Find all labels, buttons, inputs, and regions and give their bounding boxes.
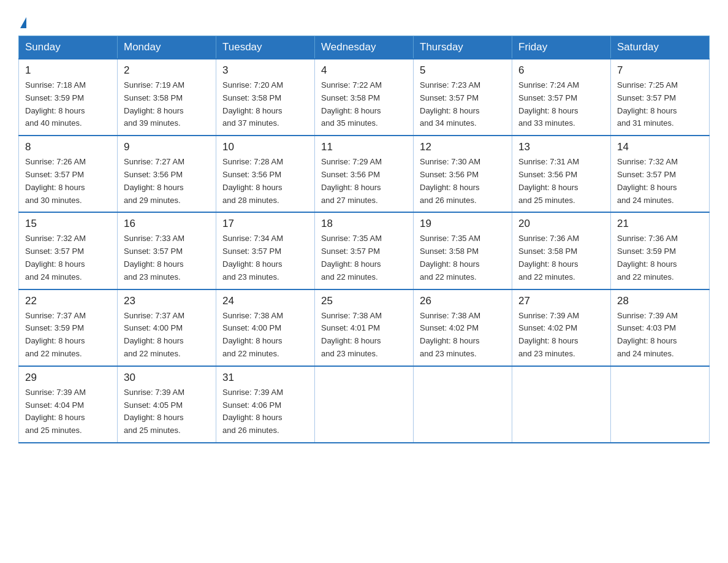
day-number: 5	[420, 64, 506, 77]
day-cell: 12 Sunrise: 7:30 AMSunset: 3:56 PMDaylig…	[414, 136, 512, 212]
day-cell: 24 Sunrise: 7:38 AMSunset: 4:00 PMDaylig…	[216, 289, 315, 366]
day-number: 24	[222, 295, 308, 307]
day-cell: 30 Sunrise: 7:39 AMSunset: 4:05 PMDaylig…	[118, 366, 216, 443]
day-number: 7	[617, 64, 703, 77]
day-number: 11	[321, 141, 407, 153]
page-header	[18, 12, 710, 29]
weekday-header-thursday: Thursday	[414, 36, 512, 59]
day-number: 19	[420, 218, 506, 230]
day-info: Sunrise: 7:32 AMSunset: 3:57 PMDaylight:…	[617, 157, 678, 204]
day-info: Sunrise: 7:38 AMSunset: 4:02 PMDaylight:…	[420, 311, 480, 358]
day-cell	[512, 366, 611, 443]
week-row-5: 29 Sunrise: 7:39 AMSunset: 4:04 PMDaylig…	[19, 366, 710, 443]
day-cell: 29 Sunrise: 7:39 AMSunset: 4:04 PMDaylig…	[19, 366, 118, 443]
day-cell: 20 Sunrise: 7:36 AMSunset: 3:58 PMDaylig…	[512, 212, 611, 289]
day-number: 28	[617, 295, 703, 307]
day-info: Sunrise: 7:19 AMSunset: 3:58 PMDaylight:…	[124, 80, 184, 128]
day-info: Sunrise: 7:39 AMSunset: 4:03 PMDaylight:…	[617, 311, 678, 358]
day-number: 9	[124, 141, 210, 153]
day-cell: 23 Sunrise: 7:37 AMSunset: 4:00 PMDaylig…	[118, 289, 216, 366]
weekday-header-monday: Monday	[118, 36, 216, 59]
logo	[18, 17, 26, 29]
day-cell: 31 Sunrise: 7:39 AMSunset: 4:06 PMDaylig…	[216, 366, 315, 443]
day-info: Sunrise: 7:34 AMSunset: 3:57 PMDaylight:…	[222, 234, 283, 281]
day-cell: 10 Sunrise: 7:28 AMSunset: 3:56 PMDaylig…	[216, 136, 315, 212]
day-number: 18	[321, 218, 407, 230]
day-cell: 6 Sunrise: 7:24 AMSunset: 3:57 PMDayligh…	[512, 59, 611, 136]
day-number: 8	[25, 141, 111, 153]
weekday-header-saturday: Saturday	[611, 36, 710, 59]
day-cell: 14 Sunrise: 7:32 AMSunset: 3:57 PMDaylig…	[611, 136, 710, 212]
day-cell: 8 Sunrise: 7:26 AMSunset: 3:57 PMDayligh…	[19, 136, 118, 212]
day-number: 22	[25, 295, 111, 307]
day-number: 30	[124, 372, 210, 384]
day-cell: 9 Sunrise: 7:27 AMSunset: 3:56 PMDayligh…	[118, 136, 216, 212]
day-number: 27	[518, 295, 604, 307]
day-info: Sunrise: 7:33 AMSunset: 3:57 PMDaylight:…	[124, 234, 184, 281]
calendar-table: SundayMondayTuesdayWednesdayThursdayFrid…	[18, 36, 710, 443]
day-info: Sunrise: 7:38 AMSunset: 4:00 PMDaylight:…	[222, 311, 283, 358]
day-number: 10	[222, 141, 308, 153]
day-cell: 18 Sunrise: 7:35 AMSunset: 3:57 PMDaylig…	[315, 212, 414, 289]
day-info: Sunrise: 7:22 AMSunset: 3:58 PMDaylight:…	[321, 80, 382, 128]
day-cell	[315, 366, 414, 443]
weekday-header-row: SundayMondayTuesdayWednesdayThursdayFrid…	[19, 36, 710, 59]
day-info: Sunrise: 7:24 AMSunset: 3:57 PMDaylight:…	[518, 80, 579, 128]
day-number: 6	[518, 64, 604, 77]
week-row-2: 8 Sunrise: 7:26 AMSunset: 3:57 PMDayligh…	[19, 136, 710, 212]
day-number: 12	[420, 141, 506, 153]
day-number: 14	[617, 141, 703, 153]
day-info: Sunrise: 7:31 AMSunset: 3:56 PMDaylight:…	[518, 157, 579, 204]
day-cell	[414, 366, 512, 443]
day-number: 23	[124, 295, 210, 307]
day-info: Sunrise: 7:27 AMSunset: 3:56 PMDaylight:…	[124, 157, 184, 204]
day-cell: 13 Sunrise: 7:31 AMSunset: 3:56 PMDaylig…	[512, 136, 611, 212]
logo-triangle-icon	[20, 17, 26, 28]
day-number: 31	[222, 372, 308, 384]
day-info: Sunrise: 7:25 AMSunset: 3:57 PMDaylight:…	[617, 80, 678, 128]
day-info: Sunrise: 7:29 AMSunset: 3:56 PMDaylight:…	[321, 157, 382, 204]
week-row-3: 15 Sunrise: 7:32 AMSunset: 3:57 PMDaylig…	[19, 212, 710, 289]
day-info: Sunrise: 7:36 AMSunset: 3:59 PMDaylight:…	[617, 234, 678, 281]
day-info: Sunrise: 7:30 AMSunset: 3:56 PMDaylight:…	[420, 157, 480, 204]
day-info: Sunrise: 7:39 AMSunset: 4:02 PMDaylight:…	[518, 311, 579, 358]
day-number: 15	[25, 218, 111, 230]
day-info: Sunrise: 7:20 AMSunset: 3:58 PMDaylight:…	[222, 80, 283, 128]
day-info: Sunrise: 7:39 AMSunset: 4:05 PMDaylight:…	[124, 388, 184, 435]
day-number: 13	[518, 141, 604, 153]
day-number: 4	[321, 64, 407, 77]
day-info: Sunrise: 7:38 AMSunset: 4:01 PMDaylight:…	[321, 311, 382, 358]
day-cell: 25 Sunrise: 7:38 AMSunset: 4:01 PMDaylig…	[315, 289, 414, 366]
day-cell: 1 Sunrise: 7:18 AMSunset: 3:59 PMDayligh…	[19, 59, 118, 136]
day-cell: 17 Sunrise: 7:34 AMSunset: 3:57 PMDaylig…	[216, 212, 315, 289]
day-cell: 22 Sunrise: 7:37 AMSunset: 3:59 PMDaylig…	[19, 289, 118, 366]
day-info: Sunrise: 7:39 AMSunset: 4:06 PMDaylight:…	[222, 388, 283, 435]
day-cell: 3 Sunrise: 7:20 AMSunset: 3:58 PMDayligh…	[216, 59, 315, 136]
day-cell: 15 Sunrise: 7:32 AMSunset: 3:57 PMDaylig…	[19, 212, 118, 289]
weekday-header-tuesday: Tuesday	[216, 36, 315, 59]
day-number: 29	[25, 372, 111, 384]
week-row-1: 1 Sunrise: 7:18 AMSunset: 3:59 PMDayligh…	[19, 59, 710, 136]
day-info: Sunrise: 7:35 AMSunset: 3:58 PMDaylight:…	[420, 234, 480, 281]
day-number: 17	[222, 218, 308, 230]
day-cell: 5 Sunrise: 7:23 AMSunset: 3:57 PMDayligh…	[414, 59, 512, 136]
day-cell: 27 Sunrise: 7:39 AMSunset: 4:02 PMDaylig…	[512, 289, 611, 366]
day-cell: 19 Sunrise: 7:35 AMSunset: 3:58 PMDaylig…	[414, 212, 512, 289]
day-info: Sunrise: 7:39 AMSunset: 4:04 PMDaylight:…	[25, 388, 86, 435]
day-number: 25	[321, 295, 407, 307]
day-cell: 4 Sunrise: 7:22 AMSunset: 3:58 PMDayligh…	[315, 59, 414, 136]
day-number: 16	[124, 218, 210, 230]
day-info: Sunrise: 7:37 AMSunset: 3:59 PMDaylight:…	[25, 311, 86, 358]
day-info: Sunrise: 7:32 AMSunset: 3:57 PMDaylight:…	[25, 234, 86, 281]
day-info: Sunrise: 7:37 AMSunset: 4:00 PMDaylight:…	[124, 311, 184, 358]
day-info: Sunrise: 7:35 AMSunset: 3:57 PMDaylight:…	[321, 234, 382, 281]
day-number: 21	[617, 218, 703, 230]
day-number: 1	[25, 64, 111, 77]
day-number: 26	[420, 295, 506, 307]
day-info: Sunrise: 7:18 AMSunset: 3:59 PMDaylight:…	[25, 80, 86, 128]
weekday-header-friday: Friday	[512, 36, 611, 59]
day-cell: 26 Sunrise: 7:38 AMSunset: 4:02 PMDaylig…	[414, 289, 512, 366]
day-info: Sunrise: 7:23 AMSunset: 3:57 PMDaylight:…	[420, 80, 480, 128]
day-info: Sunrise: 7:28 AMSunset: 3:56 PMDaylight:…	[222, 157, 283, 204]
day-number: 3	[222, 64, 308, 77]
